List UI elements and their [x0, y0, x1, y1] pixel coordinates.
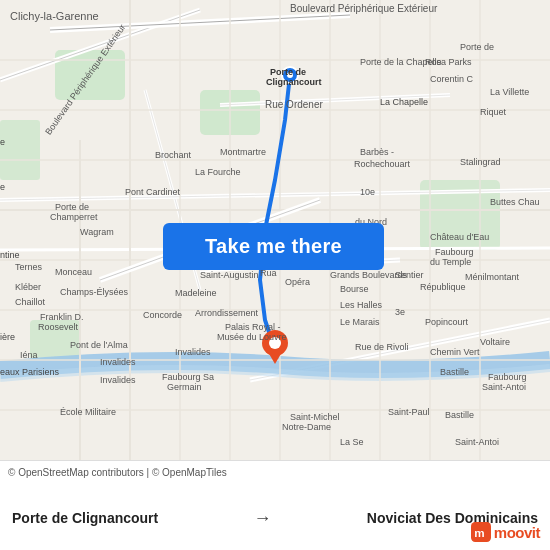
- svg-text:Ternes: Ternes: [15, 262, 43, 272]
- svg-text:Pont Cardinet: Pont Cardinet: [125, 187, 181, 197]
- svg-text:Montmartre: Montmartre: [220, 147, 266, 157]
- moovit-icon: m: [471, 522, 491, 542]
- svg-text:Clignancourt: Clignancourt: [266, 77, 322, 87]
- svg-text:Saint-Michel: Saint-Michel: [290, 412, 340, 422]
- moovit-text: moovit: [494, 524, 540, 541]
- svg-text:Voltaire: Voltaire: [480, 337, 510, 347]
- svg-text:Faubourg Sa: Faubourg Sa: [162, 372, 214, 382]
- svg-text:La Chapelle: La Chapelle: [380, 97, 428, 107]
- bottom-bar: © OpenStreetMap contributors | © OpenMap…: [0, 460, 550, 550]
- svg-text:eaux Parisiens: eaux Parisiens: [0, 367, 60, 377]
- svg-text:Faubourg: Faubourg: [488, 372, 527, 382]
- svg-text:Invalides: Invalides: [175, 347, 211, 357]
- svg-text:Champs-Élysées: Champs-Élysées: [60, 287, 129, 297]
- svg-text:Sentier: Sentier: [395, 270, 424, 280]
- svg-text:Roosevelt: Roosevelt: [38, 322, 79, 332]
- svg-text:Saint-Paul: Saint-Paul: [388, 407, 430, 417]
- svg-text:Le Marais: Le Marais: [340, 317, 380, 327]
- svg-text:Bastille: Bastille: [445, 410, 474, 420]
- svg-text:Barbès -: Barbès -: [360, 147, 394, 157]
- svg-text:Opéra: Opéra: [285, 277, 310, 287]
- svg-text:Saint-Antoi: Saint-Antoi: [455, 437, 499, 447]
- svg-text:Germain: Germain: [167, 382, 202, 392]
- svg-text:Franklin D.: Franklin D.: [40, 312, 84, 322]
- svg-text:Stalingrad: Stalingrad: [460, 157, 501, 167]
- svg-text:Boulevard Périphérique Extérie: Boulevard Périphérique Extérieur: [290, 3, 438, 14]
- attribution-row: © OpenStreetMap contributors | © OpenMap…: [0, 461, 550, 480]
- svg-text:Porte de: Porte de: [55, 202, 89, 212]
- from-label: Porte de Clignancourt: [12, 510, 158, 526]
- svg-text:Palais Royal -: Palais Royal -: [225, 322, 281, 332]
- svg-text:Saint-Augustin: Saint-Augustin: [200, 270, 259, 280]
- svg-text:La Se: La Se: [340, 437, 364, 447]
- svg-text:Porte de: Porte de: [460, 42, 494, 52]
- svg-text:Pont de l'Alma: Pont de l'Alma: [70, 340, 128, 350]
- svg-text:Chaillot: Chaillot: [15, 297, 46, 307]
- svg-text:Madeleine: Madeleine: [175, 288, 217, 298]
- map-container: Clichy-la-Garenne Boulevard Périphérique…: [0, 0, 550, 460]
- svg-text:École Militaire: École Militaire: [60, 407, 116, 417]
- svg-text:3e: 3e: [395, 307, 405, 317]
- svg-text:e: e: [0, 182, 5, 192]
- svg-text:Concorde: Concorde: [143, 310, 182, 320]
- svg-text:Invalides: Invalides: [100, 375, 136, 385]
- take-me-there-button[interactable]: Take me there: [163, 223, 384, 270]
- svg-text:La Fourche: La Fourche: [195, 167, 241, 177]
- svg-text:Porte de: Porte de: [270, 67, 306, 77]
- svg-text:Wagram: Wagram: [80, 227, 114, 237]
- svg-text:Chemin Vert: Chemin Vert: [430, 347, 480, 357]
- svg-text:ntine: ntine: [0, 250, 20, 260]
- svg-text:Monceau: Monceau: [55, 267, 92, 277]
- svg-text:Corentin C: Corentin C: [430, 74, 474, 84]
- svg-text:Rue Ordener: Rue Ordener: [265, 99, 323, 110]
- svg-text:Rosa Parks: Rosa Parks: [425, 57, 472, 67]
- svg-text:Buttes Chau: Buttes Chau: [490, 197, 540, 207]
- svg-text:Iéna: Iéna: [20, 350, 38, 360]
- svg-text:Rue de Rivoli: Rue de Rivoli: [355, 342, 409, 352]
- svg-text:Saint-Antoi: Saint-Antoi: [482, 382, 526, 392]
- svg-text:Notre-Dame: Notre-Dame: [282, 422, 331, 432]
- arrow-icon: →: [254, 508, 272, 529]
- svg-text:e: e: [0, 137, 5, 147]
- svg-text:Faubourg: Faubourg: [435, 247, 474, 257]
- svg-text:République: République: [420, 282, 466, 292]
- svg-text:Ménilmontant: Ménilmontant: [465, 272, 520, 282]
- svg-text:Riquet: Riquet: [480, 107, 507, 117]
- svg-text:Château d'Eau: Château d'Eau: [430, 232, 489, 242]
- svg-text:Rochechouart: Rochechouart: [354, 159, 411, 169]
- svg-text:du Temple: du Temple: [430, 257, 471, 267]
- svg-rect-2: [0, 120, 40, 180]
- svg-text:Bourse: Bourse: [340, 284, 369, 294]
- svg-text:Popincourt: Popincourt: [425, 317, 469, 327]
- take-me-there-button-overlay: Take me there: [163, 223, 384, 270]
- attribution-text: © OpenStreetMap contributors | © OpenMap…: [8, 467, 227, 478]
- svg-text:Bastille: Bastille: [440, 367, 469, 377]
- svg-text:Kléber: Kléber: [15, 282, 41, 292]
- svg-text:Invalides: Invalides: [100, 357, 136, 367]
- moovit-logo: m moovit: [471, 522, 540, 542]
- svg-text:ière: ière: [0, 332, 15, 342]
- svg-text:Champerret: Champerret: [50, 212, 98, 222]
- svg-text:Brochant: Brochant: [155, 150, 192, 160]
- svg-text:m: m: [474, 526, 484, 539]
- svg-text:Les Halles: Les Halles: [340, 300, 383, 310]
- svg-text:Arrondissement: Arrondissement: [195, 308, 259, 318]
- route-row: Porte de Clignancourt → Noviciat Des Dom…: [0, 480, 550, 550]
- svg-text:La Villette: La Villette: [490, 87, 529, 97]
- svg-text:Musée du Louvre: Musée du Louvre: [217, 332, 287, 342]
- svg-text:Clichy-la-Garenne: Clichy-la-Garenne: [10, 10, 99, 22]
- svg-text:10e: 10e: [360, 187, 375, 197]
